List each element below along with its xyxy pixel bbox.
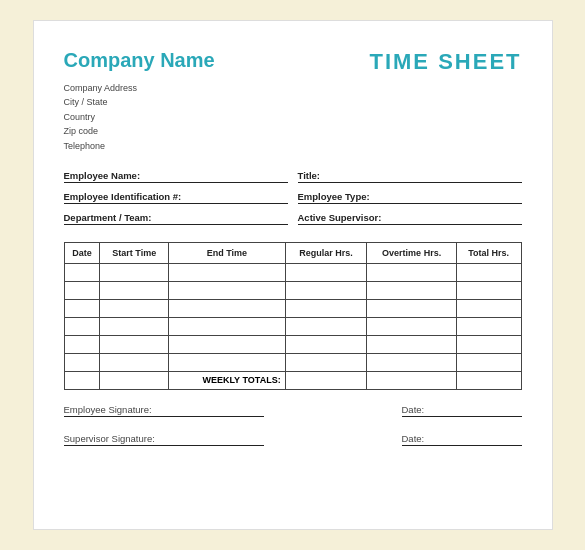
table-row	[64, 335, 521, 353]
supervisor-sig-label: Supervisor Signature:	[64, 433, 155, 444]
empty-cell	[64, 371, 100, 389]
table-cell	[367, 299, 456, 317]
table-cell	[285, 299, 367, 317]
table-cell	[169, 299, 286, 317]
city-state-line: City / State	[64, 95, 522, 109]
table-cell	[285, 263, 367, 281]
title-label: Title:	[298, 170, 321, 181]
table-cell	[100, 353, 169, 371]
table-row: WEEKLY TOTALS:	[64, 371, 521, 389]
table-cell	[64, 317, 100, 335]
table-cell	[456, 335, 521, 353]
employee-type-label: Employee Type:	[298, 191, 370, 202]
timesheet-title: TIME SHEET	[369, 49, 521, 75]
table-cell	[100, 281, 169, 299]
col-date: Date	[64, 242, 100, 263]
table-cell	[456, 299, 521, 317]
department-row: Department / Team:	[64, 209, 288, 225]
company-address: Company Address City / State Country Zip…	[64, 81, 522, 153]
supervisor-label: Active Supervisor:	[298, 212, 382, 223]
table-row	[64, 353, 521, 371]
employee-name-row: Employee Name:	[64, 167, 288, 183]
table-cell	[367, 281, 456, 299]
table-cell	[285, 281, 367, 299]
header: Company Name TIME SHEET	[64, 49, 522, 75]
supervisor-signature-row: Supervisor Signature: Date:	[64, 433, 522, 446]
overtime-total	[367, 371, 456, 389]
table-cell	[100, 335, 169, 353]
table-row	[64, 263, 521, 281]
table-row	[64, 317, 521, 335]
table-cell	[169, 263, 286, 281]
table-cell	[169, 353, 286, 371]
weekly-totals-label: WEEKLY TOTALS:	[169, 371, 286, 389]
zip-line: Zip code	[64, 124, 522, 138]
supervisor-row: Active Supervisor:	[298, 209, 522, 225]
employee-date-item: Date:	[402, 404, 522, 417]
table-cell	[64, 335, 100, 353]
signature-section: Employee Signature: Date: Supervisor Sig…	[64, 404, 522, 446]
employee-id-row: Employee Identification #:	[64, 188, 288, 204]
address-line: Company Address	[64, 81, 522, 95]
telephone-line: Telephone	[64, 139, 522, 153]
table-cell	[169, 281, 286, 299]
table-cell	[456, 281, 521, 299]
table-header-row: Date Start Time End Time Regular Hrs. Ov…	[64, 242, 521, 263]
empty-cell	[100, 371, 169, 389]
table-cell	[367, 317, 456, 335]
table-cell	[367, 353, 456, 371]
time-table: Date Start Time End Time Regular Hrs. Ov…	[64, 242, 522, 390]
company-name: Company Name	[64, 49, 215, 72]
table-cell	[456, 353, 521, 371]
supervisor-date-item: Date:	[402, 433, 522, 446]
table-cell	[100, 299, 169, 317]
col-total-hrs: Total Hrs.	[456, 242, 521, 263]
col-overtime-hrs: Overtime Hrs.	[367, 242, 456, 263]
table-cell	[64, 281, 100, 299]
employee-info: Employee Name: Title: Employee Identific…	[64, 167, 522, 228]
table-cell	[169, 317, 286, 335]
table-row	[64, 281, 521, 299]
table-cell	[64, 263, 100, 281]
table-cell	[285, 335, 367, 353]
country-line: Country	[64, 110, 522, 124]
table-cell	[64, 299, 100, 317]
table-cell	[456, 317, 521, 335]
employee-type-row: Employee Type:	[298, 188, 522, 204]
table-cell	[285, 317, 367, 335]
regular-total	[285, 371, 367, 389]
department-label: Department / Team:	[64, 212, 152, 223]
employee-sig-label: Employee Signature:	[64, 404, 152, 415]
employee-date-label: Date:	[402, 404, 425, 415]
table-cell	[100, 263, 169, 281]
table-cell	[367, 263, 456, 281]
total-total	[456, 371, 521, 389]
table-cell	[100, 317, 169, 335]
employee-signature-row: Employee Signature: Date:	[64, 404, 522, 417]
table-row	[64, 299, 521, 317]
employee-name-label: Employee Name:	[64, 170, 141, 181]
table-cell	[285, 353, 367, 371]
employee-id-label: Employee Identification #:	[64, 191, 182, 202]
table-cell	[456, 263, 521, 281]
timesheet-page: Company Name TIME SHEET Company Address …	[33, 20, 553, 530]
table-cell	[64, 353, 100, 371]
col-end-time: End Time	[169, 242, 286, 263]
time-table-section: Date Start Time End Time Regular Hrs. Ov…	[64, 242, 522, 390]
supervisor-date-label: Date:	[402, 433, 425, 444]
employee-sig-item: Employee Signature:	[64, 404, 264, 417]
table-cell	[367, 335, 456, 353]
supervisor-sig-item: Supervisor Signature:	[64, 433, 264, 446]
col-start-time: Start Time	[100, 242, 169, 263]
col-regular-hrs: Regular Hrs.	[285, 242, 367, 263]
table-cell	[169, 335, 286, 353]
title-row: Title:	[298, 167, 522, 183]
